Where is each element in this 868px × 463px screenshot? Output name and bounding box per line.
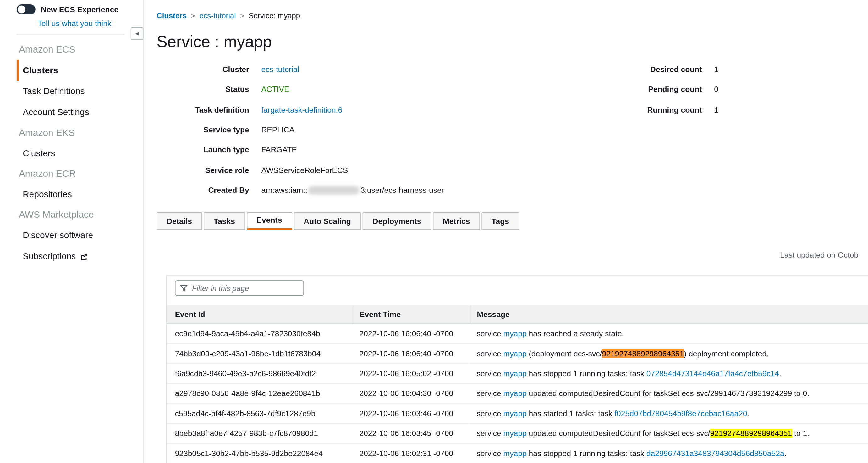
detail-label: Created By	[156, 185, 249, 194]
event-id-cell: 8beb3a8f-a0e7-4257-983b-c7fc870980d1	[166, 423, 352, 443]
inline-link[interactable]: myapp	[503, 429, 527, 437]
sidebar-item-account-settings[interactable]: Account Settings	[17, 102, 143, 123]
text-segment: updated computedDesiredCount for taskSet…	[527, 389, 809, 398]
sidebar-item-task-definitions[interactable]: Task Definitions	[17, 81, 143, 102]
text-segment: service	[477, 409, 503, 418]
event-message-cell: service myapp has started 1 tasks: task …	[470, 403, 868, 423]
service-details: Clusterecs-tutorialStatusACTIVETask defi…	[156, 59, 444, 200]
inline-link[interactable]: 072854d473144d46a17fa4c7efb59c14	[646, 369, 779, 378]
text-segment: REPLICA	[261, 125, 294, 134]
detail-label: Desired count	[614, 65, 702, 74]
text-segment: .	[779, 369, 781, 378]
text-segment: AWSServiceRoleForECS	[261, 166, 348, 174]
event-message-cell: service myapp (deployment ecs-svc/921927…	[470, 344, 868, 363]
inline-link[interactable]: fargate-task-definition:6	[261, 105, 342, 114]
detail-row-created-by: Created Byarn:aws:iam::3:user/ecs-harnes…	[156, 180, 444, 200]
sidebar-collapse-button[interactable]: ◀	[131, 27, 144, 40]
event-id-cell: a2978c90-0856-4a8e-9f4c-12eae260841b	[166, 383, 352, 403]
events-table-body: ec9e1d94-9aca-45b4-a4a1-7823030fe84b2022…	[166, 324, 868, 463]
filter-input[interactable]	[175, 280, 304, 296]
inline-link[interactable]: myapp	[503, 409, 527, 418]
sidebar-item-clusters[interactable]: Clusters	[17, 143, 143, 164]
column-header-message[interactable]: Message	[470, 306, 868, 324]
sidebar-item-label: Discover software	[23, 231, 93, 240]
event-message-cell: service myapp updated computedDesiredCou…	[470, 383, 868, 403]
event-message-cell: service myapp has reached a steady state…	[470, 324, 868, 344]
page-title: Service : myapp	[156, 33, 272, 51]
breadcrumb: Clusters>ecs-tutorial>Service: myapp	[156, 12, 300, 20]
detail-row-cluster: Clusterecs-tutorial	[156, 59, 444, 79]
breadcrumb-item-clusters[interactable]: Clusters	[156, 12, 186, 20]
text-segment: (deployment ecs-svc/	[527, 349, 602, 358]
table-row: ec9e1d94-9aca-45b4-a4a1-7823030fe84b2022…	[166, 324, 868, 344]
chevron-left-icon: ◀	[135, 31, 139, 36]
detail-label: Task definition	[156, 105, 249, 114]
events-table: Event IdEvent TimeMessage ec9e1d94-9aca-…	[166, 306, 868, 463]
text-segment: FARGATE	[261, 145, 297, 154]
column-header-event-time[interactable]: Event Time	[352, 306, 470, 324]
inline-link[interactable]: f025d07bd780454b9f8e7cebac16aa20	[614, 409, 747, 418]
detail-value: REPLICA	[261, 125, 294, 134]
tab-events[interactable]: Events	[247, 212, 292, 230]
event-time-cell: 2022-10-06 16:02:31 -0700	[352, 443, 470, 463]
event-message-cell: service myapp has stopped 1 running task…	[470, 364, 868, 383]
table-row: 923b05c1-30b2-47bb-b535-9d2be22084e42022…	[166, 443, 868, 463]
sidebar-item-subscriptions[interactable]: Subscriptions	[17, 246, 143, 268]
tab-tags[interactable]: Tags	[482, 212, 519, 230]
tab-auto-scaling[interactable]: Auto Scaling	[293, 212, 361, 230]
tab-bar: DetailsTasksEventsAuto ScalingDeployment…	[156, 212, 519, 230]
inline-link[interactable]: myapp	[503, 349, 527, 358]
text-segment: updated computedDesiredCount for taskSet…	[527, 429, 710, 437]
ecs-console: New ECS Experience Tell us what you thin…	[0, 0, 868, 463]
external-link-icon	[80, 253, 87, 263]
breadcrumb-item-ecs-tutorial[interactable]: ecs-tutorial	[199, 12, 236, 20]
new-ecs-experience-toggle[interactable]	[17, 4, 35, 15]
text-segment: service	[477, 449, 503, 458]
text-segment: has reached a steady state.	[527, 329, 624, 338]
header-row: Event IdEvent TimeMessage	[166, 306, 868, 324]
detail-row-service-type: Service typeREPLICA	[156, 119, 444, 140]
highlighted-match: 9219274889298964351	[710, 429, 792, 437]
inline-link[interactable]: myapp	[503, 329, 527, 338]
detail-value: FARGATE	[261, 145, 297, 154]
inline-link[interactable]: myapp	[503, 449, 527, 458]
event-time-cell: 2022-10-06 16:05:02 -0700	[352, 364, 470, 383]
sidebar-item-repositories[interactable]: Repositories	[17, 184, 143, 205]
sidebar-item-label: Account Settings	[23, 108, 89, 117]
filter-box	[175, 280, 304, 296]
detail-value: 1	[714, 105, 718, 114]
tab-metrics[interactable]: Metrics	[433, 212, 480, 230]
breadcrumb-separator: >	[240, 12, 244, 20]
text-segment: .	[784, 449, 786, 458]
table-row: c595ad4c-bf4f-482b-8563-7df9c1287e9b2022…	[166, 403, 868, 423]
text-segment: service	[477, 429, 503, 437]
detail-row-status: StatusACTIVE	[156, 79, 444, 99]
column-header-event-id[interactable]: Event Id	[166, 306, 352, 324]
sidebar-item-discover-software[interactable]: Discover software	[17, 225, 143, 246]
text-segment: has started 1 tasks: task	[527, 409, 615, 418]
tab-deployments[interactable]: Deployments	[363, 212, 431, 230]
breadcrumb-item-service-myapp: Service: myapp	[249, 12, 300, 20]
sidebar-item-clusters[interactable]: Clusters	[17, 60, 143, 81]
detail-row-service-role: Service roleAWSServiceRoleForECS	[156, 160, 444, 180]
inline-link[interactable]: da29967431a3483794304d56d850a52a	[646, 449, 784, 458]
sidebar-section-header: Amazon EKS	[19, 123, 143, 143]
inline-link[interactable]: ecs-tutorial	[261, 65, 299, 74]
sidebar-nav: Amazon ECSClustersTask DefinitionsAccoun…	[0, 40, 143, 268]
main-content: Clusters>ecs-tutorial>Service: myapp Ser…	[144, 0, 868, 463]
detail-label: Launch type	[156, 145, 249, 154]
text-segment: service	[477, 349, 503, 358]
tab-details[interactable]: Details	[156, 212, 202, 230]
text-segment: has stopped 1 running tasks: task	[527, 369, 646, 378]
inline-link[interactable]: myapp	[503, 369, 527, 378]
detail-value: arn:aws:iam::3:user/ecs-harness-user	[261, 185, 444, 195]
inline-link[interactable]: myapp	[503, 389, 527, 398]
detail-row-pending-count: Pending count0	[614, 79, 718, 99]
sidebar-section-header: AWS Marketplace	[19, 205, 143, 225]
text-segment: service	[477, 389, 503, 398]
text-segment: 1	[714, 105, 718, 114]
table-row: 8beb3a8f-a0e7-4257-983b-c7fc870980d12022…	[166, 423, 868, 443]
detail-label: Service type	[156, 125, 249, 134]
feedback-link[interactable]: Tell us what you think	[38, 19, 111, 28]
tab-tasks[interactable]: Tasks	[204, 212, 245, 230]
